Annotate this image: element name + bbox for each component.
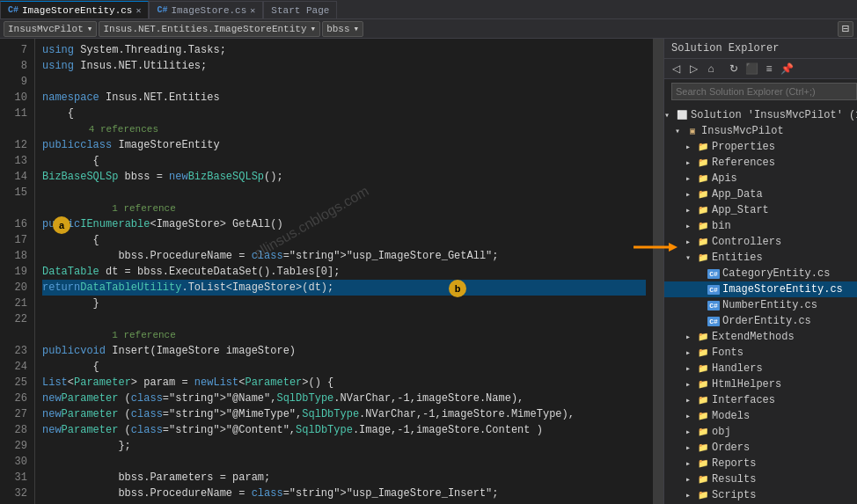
- tab-startpage[interactable]: Start Page: [263, 1, 337, 18]
- se-tree-item-categoryentitycs[interactable]: C#CategoryEntity.cs: [664, 266, 857, 281]
- se-tree-item-interfaces[interactable]: ▸📁Interfaces: [664, 392, 857, 408]
- chevron-down-icon2: ▾: [311, 23, 317, 34]
- code-line: {: [42, 106, 646, 121]
- tree-item-icon: 📁: [696, 488, 710, 502]
- code-line: return DataTableUtility.ToList<ImageStor…: [42, 280, 646, 296]
- tree-item-label: Models: [712, 410, 750, 422]
- tree-item-icon: 📁: [696, 251, 710, 265]
- line-number: 11: [0, 106, 27, 121]
- tree-item-label: HtmlHelpers: [712, 378, 781, 391]
- code-line: new Parameter (class="string">"@MimeType…: [42, 406, 646, 422]
- code-line: [42, 185, 646, 201]
- line-number: 27: [0, 406, 27, 422]
- se-tree-item-htmlhelpers[interactable]: ▸📁HtmlHelpers: [664, 376, 857, 392]
- tree-item-label: bin: [712, 220, 731, 232]
- member-dropdown[interactable]: bbss ▾: [322, 21, 363, 37]
- se-stop-btn[interactable]: ⬛: [743, 61, 759, 77]
- code-editor: 7891011 12131415 16171819202122 23242526…: [0, 39, 663, 504]
- se-tree-item-apis[interactable]: ▸📁Apis: [664, 171, 857, 186]
- se-search-input[interactable]: [671, 83, 857, 100]
- line-number: [0, 201, 27, 216]
- line-number: 26: [0, 391, 27, 406]
- tree-item-icon: C#: [707, 298, 721, 312]
- se-tree-item-scripts[interactable]: ▸📁Scripts: [664, 487, 857, 503]
- se-tree-item-extendmethods[interactable]: ▸📁ExtendMethods: [664, 329, 857, 345]
- line-number: 25: [0, 375, 27, 391]
- se-tree-item-references[interactable]: ▸📁References: [664, 155, 857, 171]
- se-tree-item-results[interactable]: ▸📁Results: [664, 471, 857, 487]
- se-tree-item-insusmvcpilot[interactable]: ▾▣InsusMvcPilot: [664, 123, 857, 139]
- line-number: 23: [0, 343, 27, 359]
- se-tree-item-handlers[interactable]: ▸📁Handlers: [664, 361, 857, 376]
- tree-item-icon: 📁: [696, 156, 710, 170]
- se-search-container: [664, 79, 857, 104]
- code-line: 1 reference: [42, 201, 646, 216]
- tab-label2: ImageStore.cs: [171, 5, 246, 16]
- tab-label: ImageStoreEntity.cs: [22, 5, 132, 16]
- se-tree-item-appstart[interactable]: ▸📁App_Start: [664, 202, 857, 218]
- se-filter-btn[interactable]: ≡: [761, 61, 777, 77]
- tree-arrow-icon: ▸: [685, 237, 696, 247]
- se-tree-item-solutioninsusmvcpilot1project[interactable]: ▾⬜Solution 'InsusMvcPilot' (1 project): [664, 107, 857, 123]
- code-line: List<Parameter> param = new List<Paramet…: [42, 375, 646, 391]
- tree-item-label: Apis: [712, 172, 737, 185]
- tree-item-icon: 📁: [696, 187, 710, 201]
- se-tree-item-orderentitycs[interactable]: C#OrderEntity.cs: [664, 313, 857, 329]
- se-toolbar: ◁ ▷ ⌂ ↻ ⬛ ≡ 📌: [664, 59, 857, 79]
- se-forward-btn[interactable]: ▷: [685, 61, 701, 77]
- se-pin-btn[interactable]: 📌: [779, 61, 795, 77]
- se-refresh-btn[interactable]: ↻: [726, 61, 742, 77]
- code-line: 4 references: [42, 121, 646, 137]
- se-tree-item-obj[interactable]: ▸📁obj: [664, 424, 857, 440]
- code-line: };: [42, 438, 646, 454]
- tab-close2[interactable]: ✕: [250, 5, 255, 16]
- se-tree-item-imagestoreentitycs[interactable]: C#ImageStoreEntity.cs: [664, 281, 857, 297]
- se-tree-item-orders[interactable]: ▸📁Orders: [664, 440, 857, 456]
- line-number: 18: [0, 248, 27, 264]
- code-content[interactable]: using System.Threading.Tasks; using Insu…: [35, 39, 653, 504]
- code-line: using System.Threading.Tasks;: [42, 42, 646, 58]
- line-number: 16: [0, 216, 27, 232]
- line-number: 20: [0, 280, 27, 296]
- tree-item-icon: ⬜: [675, 108, 689, 122]
- se-tree-item-bin[interactable]: ▸📁bin: [664, 218, 857, 234]
- tree-item-icon: 📁: [696, 441, 710, 455]
- se-tree-item-appdata[interactable]: ▸📁App_Data: [664, 186, 857, 202]
- line-number: 9: [0, 74, 27, 90]
- line-number: 10: [0, 90, 27, 106]
- tree-item-icon: 📁: [696, 172, 710, 186]
- se-back-btn[interactable]: ◁: [668, 61, 684, 77]
- vertical-scrollbar[interactable]: [653, 39, 663, 504]
- code-line: public void Insert(ImageStore imageStore…: [42, 343, 646, 359]
- se-tree-item-entities[interactable]: ▾📁Entities: [664, 250, 857, 266]
- se-tree-item-reports[interactable]: ▸📁Reports: [664, 456, 857, 471]
- tree-item-label: ExtendMethods: [712, 331, 795, 343]
- collapse-btn[interactable]: ⊟: [838, 21, 853, 37]
- tab-close[interactable]: ✕: [136, 5, 141, 16]
- tree-arrow-icon: ▾: [664, 110, 675, 121]
- tab-imagestoreentity[interactable]: C# ImageStoreEntity.cs ✕: [0, 1, 149, 18]
- tree-arrow-icon: ▸: [685, 332, 696, 342]
- tree-item-label: Solution 'InsusMvcPilot' (1 project): [691, 109, 857, 121]
- project-dropdown[interactable]: InsusMvcPilot ▾: [4, 21, 97, 37]
- filepath-dropdown[interactable]: Insus.NET.Entities.ImageStoreEntity ▾: [99, 21, 320, 37]
- tree-item-label: InsusMvcPilot: [701, 125, 784, 137]
- tab-icon: C#: [8, 5, 18, 15]
- tree-item-icon: 📁: [696, 330, 710, 344]
- se-tree-item-numberentitycs[interactable]: C#NumberEntity.cs: [664, 297, 857, 313]
- code-line: [42, 74, 646, 90]
- annotation-a: a: [53, 216, 70, 234]
- se-header: Solution Explorer: [664, 39, 857, 59]
- code-line: }: [42, 296, 646, 311]
- line-number: 12: [0, 137, 27, 153]
- line-number: 30: [0, 454, 27, 470]
- line-number: 28: [0, 422, 27, 438]
- tab-imagestore[interactable]: C# ImageStore.cs ✕: [149, 1, 263, 18]
- se-tree-item-controllers[interactable]: ▸📁Controllers: [664, 234, 857, 250]
- se-home-btn[interactable]: ⌂: [703, 61, 719, 77]
- se-tree-item-models[interactable]: ▸📁Models: [664, 408, 857, 424]
- se-tree-item-properties[interactable]: ▸📁Properties: [664, 139, 857, 155]
- se-tree-item-fonts[interactable]: ▸📁Fonts: [664, 345, 857, 361]
- tab-bar: C# ImageStoreEntity.cs ✕ C# ImageStore.c…: [0, 0, 857, 19]
- filepath-label: Insus.NET.Entities.ImageStoreEntity: [103, 24, 306, 34]
